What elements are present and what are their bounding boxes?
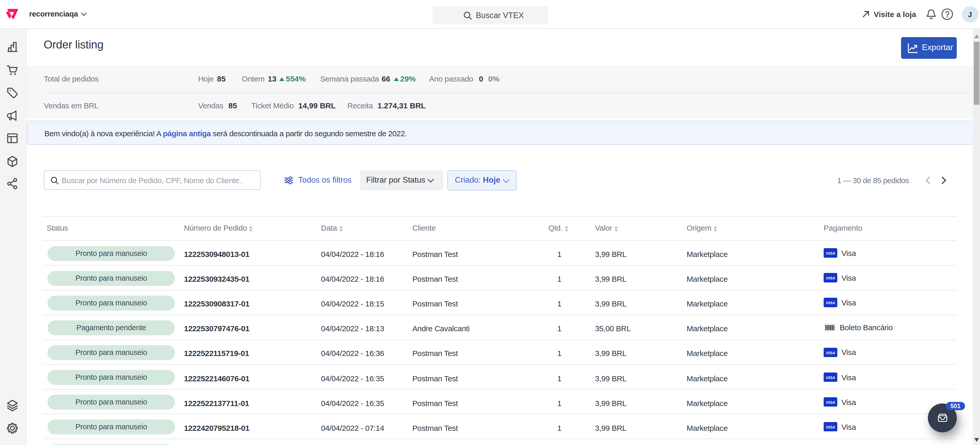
svg-text:VISA: VISA [826, 400, 835, 404]
svg-text:VISA: VISA [826, 300, 835, 305]
svg-text:VISA: VISA [826, 276, 835, 280]
svg-text:VISA: VISA [826, 375, 835, 380]
svg-text:VISA: VISA [826, 424, 835, 429]
svg-text:VISA: VISA [826, 350, 835, 355]
svg-text:VISA: VISA [826, 251, 835, 255]
